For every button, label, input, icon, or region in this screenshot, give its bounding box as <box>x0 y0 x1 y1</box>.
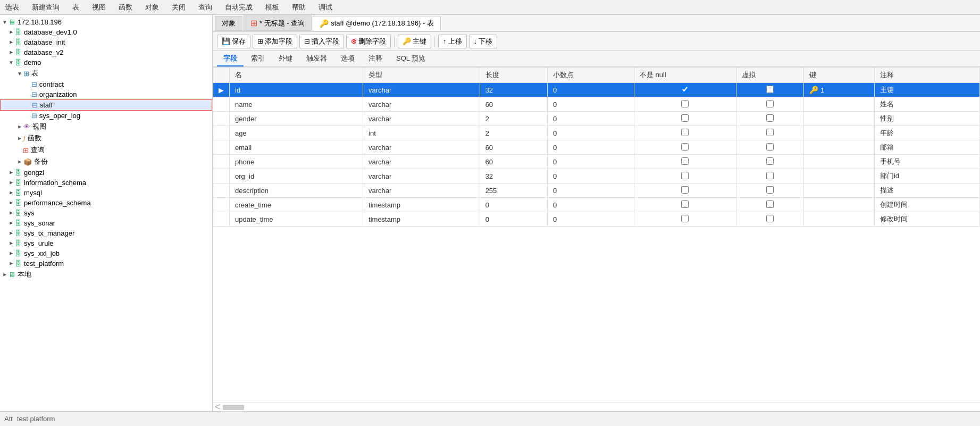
move-up-button[interactable]: ↑ 上移 <box>438 35 467 48</box>
sidebar-table-contract[interactable]: ⊟ contract <box>0 79 212 89</box>
field-type[interactable]: varchar <box>363 183 480 198</box>
table-row[interactable]: phonevarchar600手机号 <box>213 155 980 169</box>
field-type[interactable]: varchar <box>363 112 480 126</box>
field-virtual[interactable] <box>736 112 804 126</box>
subtab-indexes[interactable]: 索引 <box>245 52 271 66</box>
field-decimal[interactable]: 0 <box>548 126 634 140</box>
expand-arrow-demo[interactable]: ▼ <box>9 60 14 65</box>
sidebar-db-sys[interactable]: ▼ 🗄 sys <box>0 208 212 218</box>
expand-arrow[interactable]: ▼ <box>8 201 14 206</box>
not-null-checkbox[interactable] <box>681 215 689 222</box>
subtab-fields[interactable]: 字段 <box>217 52 244 66</box>
nav-item-new-query[interactable]: 新建查询 <box>29 2 63 13</box>
expand-arrow[interactable]: ▼ <box>8 190 14 196</box>
field-name[interactable]: id <box>230 83 363 97</box>
nav-item-autocomplete[interactable]: 自动完成 <box>222 2 256 13</box>
sidebar-server[interactable]: ▼ 🖥 172.18.18.196 <box>0 17 212 27</box>
field-type[interactable]: varchar <box>363 140 480 155</box>
field-decimal[interactable]: 0 <box>548 212 634 227</box>
field-not-null[interactable] <box>634 155 736 169</box>
field-type[interactable]: timestamp <box>363 212 480 227</box>
field-length[interactable]: 255 <box>480 183 547 198</box>
expand-arrow-backup[interactable]: ▼ <box>16 159 22 164</box>
nav-item-debug[interactable]: 调试 <box>315 2 336 13</box>
sidebar-db-sys-sonar[interactable]: ▼ 🗄 sys_sonar <box>0 218 212 228</box>
sidebar-local[interactable]: ▼ 🖥 本地 <box>0 269 212 280</box>
field-name[interactable]: age <box>230 126 363 140</box>
nav-item-func[interactable]: 函数 <box>115 2 136 13</box>
field-comment[interactable]: 创建时间 <box>874 198 979 212</box>
field-comment[interactable]: 姓名 <box>874 97 979 112</box>
delete-field-button[interactable]: ⊗ 删除字段 <box>346 35 391 48</box>
subtab-sql-preview[interactable]: SQL 预览 <box>390 52 432 66</box>
tab-query[interactable]: ⊞ * 无标题 - 查询 <box>244 15 312 31</box>
field-type[interactable]: timestamp <box>363 198 480 212</box>
sidebar-functions[interactable]: ▼ 𝑓 函数 <box>0 132 212 144</box>
nav-item-object[interactable]: 对象 <box>142 2 162 13</box>
field-not-null[interactable] <box>634 112 736 126</box>
sidebar-table-staff[interactable]: ⊟ staff <box>0 99 212 111</box>
not-null-checkbox[interactable] <box>681 186 689 194</box>
insert-field-button[interactable]: ⊟ 插入字段 <box>299 35 344 48</box>
virtual-checkbox[interactable] <box>766 201 774 208</box>
field-length[interactable]: 60 <box>480 155 547 169</box>
field-comment[interactable]: 部门id <box>874 169 979 183</box>
not-null-checkbox[interactable] <box>681 157 689 165</box>
nav-item-close[interactable]: 关闭 <box>169 2 189 13</box>
virtual-checkbox[interactable] <box>766 172 774 179</box>
scroll-left-arrow[interactable]: < <box>215 402 221 411</box>
field-not-null[interactable] <box>634 97 736 112</box>
field-name[interactable]: phone <box>230 155 363 169</box>
table-row[interactable]: ▶idvarchar320🔑 1主键 <box>213 83 980 97</box>
sidebar-queries[interactable]: ⊞ 查询 <box>0 144 212 156</box>
nav-item-table[interactable]: 表 <box>69 2 82 13</box>
expand-arrow[interactable]: ▼ <box>8 211 14 216</box>
virtual-checkbox[interactable] <box>766 86 774 93</box>
field-length[interactable]: 0 <box>480 212 547 227</box>
field-decimal[interactable]: 0 <box>548 140 634 155</box>
virtual-checkbox[interactable] <box>766 114 774 122</box>
subtab-triggers[interactable]: 触发器 <box>300 52 333 66</box>
virtual-checkbox[interactable] <box>766 129 774 136</box>
field-length[interactable]: 2 <box>480 112 547 126</box>
virtual-checkbox[interactable] <box>766 215 774 222</box>
expand-arrow-server[interactable]: ▼ <box>2 19 7 25</box>
field-type[interactable]: int <box>363 126 480 140</box>
sidebar-db-database-dev1[interactable]: ▼ 🗄 database_dev1.0 <box>0 27 212 37</box>
scrollbar-thumb[interactable] <box>223 405 244 410</box>
field-comment[interactable]: 性别 <box>874 112 979 126</box>
sidebar-db-database-v2[interactable]: ▼ 🗄 database_v2 <box>0 47 212 57</box>
field-length[interactable]: 0 <box>480 198 547 212</box>
virtual-checkbox[interactable] <box>766 157 774 165</box>
field-virtual[interactable] <box>736 212 804 227</box>
sidebar-table-sys-oper-log[interactable]: ⊟ sys_oper_log <box>0 111 212 121</box>
field-type[interactable]: varchar <box>363 83 480 97</box>
table-row[interactable]: emailvarchar600邮箱 <box>213 140 980 155</box>
field-comment[interactable]: 修改时间 <box>874 212 979 227</box>
subtab-options[interactable]: 选项 <box>334 52 361 66</box>
field-not-null[interactable] <box>634 169 736 183</box>
field-name[interactable]: org_id <box>230 169 363 183</box>
subtab-foreign-keys[interactable]: 外键 <box>272 52 299 66</box>
bottom-scroll[interactable]: < <box>213 403 980 411</box>
field-length[interactable]: 32 <box>480 83 547 97</box>
virtual-checkbox[interactable] <box>766 143 774 151</box>
table-row[interactable]: update_timetimestamp00修改时间 <box>213 212 980 227</box>
not-null-checkbox[interactable] <box>681 143 689 151</box>
table-row[interactable]: descriptionvarchar2550描述 <box>213 183 980 198</box>
field-comment[interactable]: 描述 <box>874 183 979 198</box>
field-virtual[interactable] <box>736 126 804 140</box>
field-name[interactable]: description <box>230 183 363 198</box>
field-comment[interactable]: 邮箱 <box>874 140 979 155</box>
field-decimal[interactable]: 0 <box>548 112 634 126</box>
field-decimal[interactable]: 0 <box>548 97 634 112</box>
virtual-checkbox[interactable] <box>766 186 774 194</box>
sidebar-db-sys-tx[interactable]: ▼ 🗄 sys_tx_manager <box>0 228 212 238</box>
sidebar-db-database-init[interactable]: ▼ 🗄 database_init <box>0 37 212 47</box>
field-virtual[interactable] <box>736 97 804 112</box>
expand-arrow[interactable]: ▼ <box>8 30 14 35</box>
table-row[interactable]: gendervarchar20性别 <box>213 112 980 126</box>
expand-arrow-local[interactable]: ▼ <box>2 272 7 277</box>
field-decimal[interactable]: 0 <box>548 183 634 198</box>
sidebar-db-perf-schema[interactable]: ▼ 🗄 performance_schema <box>0 198 212 208</box>
